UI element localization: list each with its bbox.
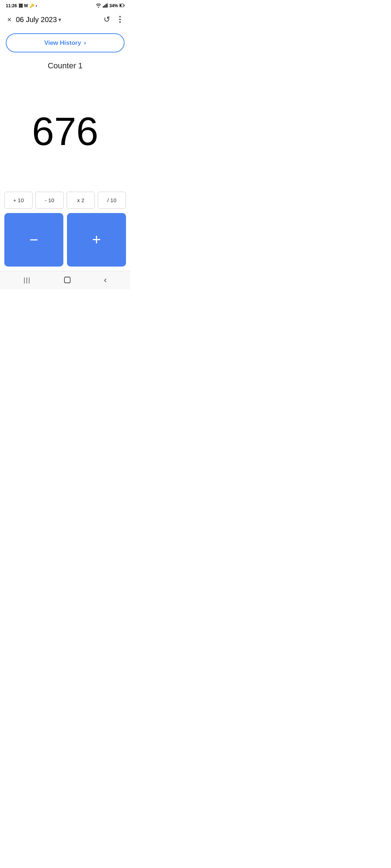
subtract-ten-button[interactable]: - 10 (35, 192, 64, 209)
battery-icon (119, 3, 125, 8)
add-ten-button[interactable]: + 10 (4, 192, 33, 209)
svg-rect-2 (105, 4, 106, 8)
app-bar-actions: ↺ ⋮ (103, 14, 125, 25)
photo-icon: 🖼 (18, 3, 23, 8)
signal-icon (103, 3, 108, 9)
svg-rect-7 (64, 277, 70, 283)
app-bar: × 06 July 2023 ▾ ↺ ⋮ (0, 10, 130, 29)
increment-icon: + (92, 231, 101, 248)
dropdown-icon[interactable]: ▾ (58, 16, 61, 23)
svg-rect-5 (120, 5, 121, 7)
view-history-chevron-icon: › (84, 39, 86, 47)
date-title: 06 July 2023 ▾ (16, 16, 103, 24)
close-button[interactable]: × (6, 14, 13, 25)
battery-level: 34% (109, 3, 118, 8)
wifi-icon (96, 3, 101, 9)
svg-rect-0 (103, 6, 104, 8)
view-history-label: View History (44, 39, 81, 47)
gmail-icon: M (24, 3, 28, 8)
status-bar: 11:26 🖼 M 🔑 • 34% (0, 0, 130, 10)
divide-ten-button[interactable]: / 10 (98, 192, 126, 209)
home-button[interactable] (63, 276, 71, 284)
decrement-button[interactable]: − (4, 213, 63, 267)
view-history-container: View History › (0, 29, 130, 57)
reset-button[interactable]: ↺ (103, 14, 111, 25)
key-icon: 🔑 (29, 4, 34, 8)
decrement-icon: − (29, 231, 38, 248)
date-text: 06 July 2023 (16, 16, 57, 24)
svg-rect-6 (124, 5, 125, 6)
status-left: 11:26 🖼 M 🔑 • (6, 3, 37, 8)
svg-rect-1 (104, 5, 105, 8)
more-menu-button[interactable]: ⋮ (115, 14, 125, 25)
nav-bar: ||| ‹ (0, 271, 130, 289)
main-buttons: − + (0, 213, 130, 271)
times-two-button[interactable]: x 2 (67, 192, 95, 209)
main-content: View History › Counter 1 676 + 10 - 10 x… (0, 29, 130, 289)
view-history-button[interactable]: View History › (6, 33, 125, 52)
back-button[interactable]: ‹ (104, 275, 107, 285)
recent-apps-button[interactable]: ||| (24, 276, 31, 284)
increment-button[interactable]: + (67, 213, 126, 267)
status-right: 34% (96, 3, 125, 9)
counter-name: Counter 1 (0, 57, 130, 71)
svg-rect-3 (106, 3, 108, 8)
counter-value-container: 676 (0, 71, 130, 192)
quick-actions: + 10 - 10 x 2 / 10 (0, 192, 130, 213)
status-time: 11:26 (6, 3, 17, 8)
counter-value: 676 (32, 111, 98, 151)
dot-indicator: • (36, 4, 37, 8)
